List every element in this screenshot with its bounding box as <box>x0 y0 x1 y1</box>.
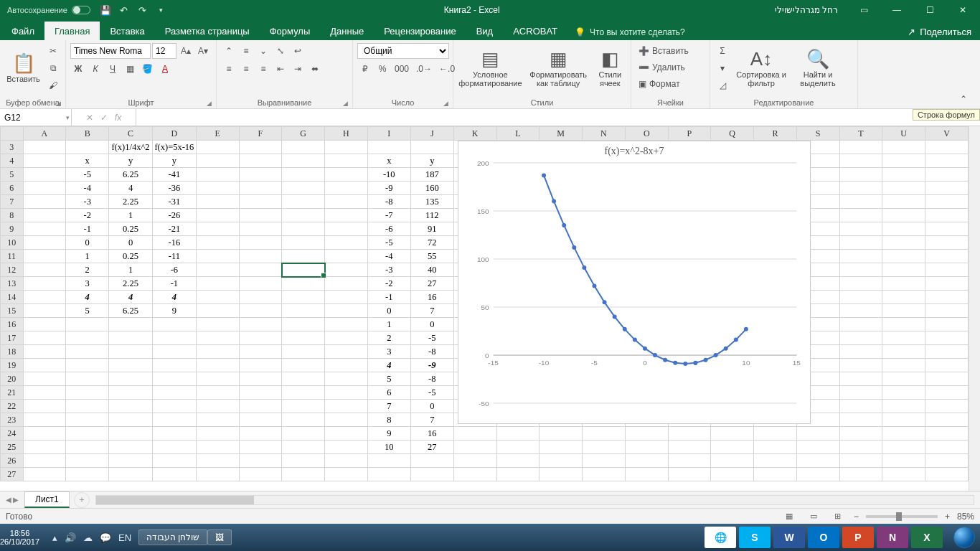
cell-O26[interactable] <box>625 454 668 468</box>
cell-I5[interactable]: -10 <box>367 168 410 182</box>
cell-V22[interactable] <box>925 400 969 413</box>
cell-H20[interactable] <box>325 372 368 386</box>
cell-C19[interactable] <box>109 359 153 372</box>
cell-H22[interactable] <box>325 400 368 413</box>
cell-H24[interactable] <box>325 427 368 441</box>
fill-icon[interactable]: ▾ <box>715 60 730 76</box>
cell-O27[interactable] <box>625 468 668 481</box>
cell-T13[interactable] <box>839 277 882 291</box>
cell-M27[interactable] <box>540 468 583 481</box>
cell-G20[interactable] <box>282 372 325 386</box>
cell-F24[interactable] <box>239 427 282 441</box>
cell-T19[interactable] <box>839 359 882 372</box>
cell-D19[interactable] <box>152 359 196 372</box>
cell-U15[interactable] <box>882 304 925 318</box>
taskbar-app[interactable]: N <box>877 527 908 548</box>
cell-J15[interactable]: 7 <box>410 304 453 318</box>
cell-A25[interactable] <box>23 441 66 454</box>
cell-H17[interactable] <box>325 331 368 345</box>
delete-cells-button[interactable]: ➖Удалить <box>636 60 707 75</box>
cell-T24[interactable] <box>839 427 882 441</box>
align-middle-icon[interactable]: ≡ <box>238 43 254 59</box>
name-box[interactable]: G12▾ <box>0 109 72 126</box>
row-header-12[interactable]: 12 <box>1 263 24 277</box>
cell-G17[interactable] <box>282 331 325 345</box>
cell-V18[interactable] <box>925 345 969 359</box>
cell-B17[interactable] <box>66 331 109 345</box>
tab-разметка страницы[interactable]: Разметка страницы <box>155 22 260 40</box>
cell-D14[interactable]: 4 <box>152 291 196 304</box>
cell-F15[interactable] <box>239 304 282 318</box>
cell-D26[interactable] <box>152 454 196 468</box>
tab-формулы[interactable]: Формулы <box>260 22 321 40</box>
cell-V4[interactable] <box>925 154 969 168</box>
cell-C18[interactable] <box>109 345 153 359</box>
cell-V11[interactable] <box>925 250 969 263</box>
cell-M26[interactable] <box>540 454 583 468</box>
cell-N25[interactable] <box>583 441 626 454</box>
cell-H4[interactable] <box>325 154 368 168</box>
sheet[interactable]: ABCDEFGHIJKLMNOPQRSTUV3f(x)1/4x^2f(x)=5x… <box>0 126 969 491</box>
cell-A21[interactable] <box>23 386 66 400</box>
cell-G9[interactable] <box>282 222 325 236</box>
cell-V10[interactable] <box>925 236 969 250</box>
start-button[interactable] <box>948 524 980 551</box>
cell-F12[interactable] <box>239 263 282 277</box>
cell-U4[interactable] <box>882 154 925 168</box>
cell-A26[interactable] <box>23 454 66 468</box>
cell-B7[interactable]: -3 <box>66 195 109 209</box>
cell-A16[interactable] <box>23 318 66 331</box>
row-header-23[interactable]: 23 <box>1 413 24 427</box>
cell-G26[interactable] <box>282 454 325 468</box>
qat-customize-icon[interactable]: ▾ <box>154 2 169 18</box>
cell-D24[interactable] <box>152 427 196 441</box>
cell-T22[interactable] <box>839 400 882 413</box>
cell-G8[interactable] <box>282 209 325 222</box>
cell-A10[interactable] <box>23 236 66 250</box>
cell-T9[interactable] <box>839 222 882 236</box>
col-header-J[interactable]: J <box>410 127 453 141</box>
cell-F18[interactable] <box>239 345 282 359</box>
row-header-19[interactable]: 19 <box>1 359 24 372</box>
cell-D4[interactable]: y <box>152 154 196 168</box>
cell-F19[interactable] <box>239 359 282 372</box>
cell-D6[interactable]: -36 <box>152 182 196 195</box>
cell-D21[interactable] <box>152 386 196 400</box>
cell-E10[interactable] <box>196 236 239 250</box>
col-header-L[interactable]: L <box>496 127 540 141</box>
cell-A8[interactable] <box>23 209 66 222</box>
grow-font-icon[interactable]: A▴ <box>178 43 194 59</box>
cell-E7[interactable] <box>196 195 239 209</box>
cell-E8[interactable] <box>196 209 239 222</box>
col-header-K[interactable]: K <box>453 127 496 141</box>
cell-E25[interactable] <box>196 441 239 454</box>
launcher-icon[interactable]: ◢ <box>343 100 348 107</box>
cell-C7[interactable]: 2.25 <box>109 195 153 209</box>
cell-C20[interactable] <box>109 372 153 386</box>
cell-M24[interactable] <box>540 427 583 441</box>
cell-C4[interactable]: y <box>109 154 153 168</box>
cell-G25[interactable] <box>282 441 325 454</box>
taskbar-app[interactable]: P <box>842 527 874 548</box>
cell-I9[interactable]: -6 <box>367 222 410 236</box>
cell-V7[interactable] <box>925 195 969 209</box>
percent-icon[interactable]: % <box>374 61 390 77</box>
cell-F22[interactable] <box>239 400 282 413</box>
row-header-20[interactable]: 20 <box>1 372 24 386</box>
col-header-D[interactable]: D <box>152 127 196 141</box>
cell-V26[interactable] <box>925 454 969 468</box>
cell-J5[interactable]: 187 <box>410 168 453 182</box>
cell-D22[interactable] <box>152 400 196 413</box>
system-tray[interactable]: ▴ 🔊 ☁ 💬 EN <box>45 532 138 543</box>
cell-V23[interactable] <box>925 413 969 427</box>
cell-U16[interactable] <box>882 318 925 331</box>
redo-icon[interactable]: ↷ <box>135 2 151 18</box>
launcher-icon[interactable]: ◢ <box>207 100 212 107</box>
autosave[interactable]: Автосохранение <box>3 6 95 14</box>
cell-J23[interactable]: 7 <box>410 413 453 427</box>
cell-H15[interactable] <box>325 304 368 318</box>
cell-I8[interactable]: -7 <box>367 209 410 222</box>
cell-J21[interactable]: -5 <box>410 386 453 400</box>
cell-Q27[interactable] <box>711 468 754 481</box>
cell-U23[interactable] <box>882 413 925 427</box>
